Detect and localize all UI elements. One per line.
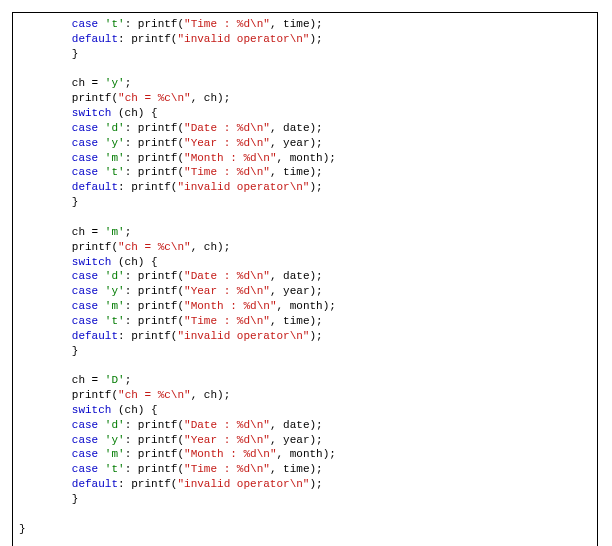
code-line: case 'y': printf("Year : %d\n", year);	[19, 285, 323, 297]
code-line: case 'd': printf("Date : %d\n", date);	[19, 122, 323, 134]
code-line: }	[19, 48, 78, 60]
code-line: case 'd': printf("Date : %d\n", date);	[19, 270, 323, 282]
code-line: switch (ch) {	[19, 256, 158, 268]
code-line: }	[19, 196, 78, 208]
code-line: ch = 'y';	[19, 77, 131, 89]
code-line: printf("ch = %c\n", ch);	[19, 241, 230, 253]
code-line: case 'd': printf("Date : %d\n", date);	[19, 419, 323, 431]
code-line: case 't': printf("Time : %d\n", time);	[19, 166, 323, 178]
code-line: case 'm': printf("Month : %d\n", month);	[19, 152, 336, 164]
code-line: case 'm': printf("Month : %d\n", month);	[19, 300, 336, 312]
code-line: case 't': printf("Time : %d\n", time);	[19, 463, 323, 475]
code-line: ch = 'D';	[19, 374, 131, 386]
code-line: }	[19, 523, 26, 535]
code-line: case 't': printf("Time : %d\n", time);	[19, 18, 323, 30]
code-line: default: printf("invalid operator\n");	[19, 330, 323, 342]
code-block: case 't': printf("Time : %d\n", time); d…	[19, 17, 591, 537]
code-line: case 'y': printf("Year : %d\n", year);	[19, 137, 323, 149]
code-line: }	[19, 345, 78, 357]
code-line: switch (ch) {	[19, 107, 158, 119]
code-line: printf("ch = %c\n", ch);	[19, 92, 230, 104]
code-line: default: printf("invalid operator\n");	[19, 33, 323, 45]
code-line: case 'm': printf("Month : %d\n", month);	[19, 448, 336, 460]
code-line: switch (ch) {	[19, 404, 158, 416]
code-line: case 't': printf("Time : %d\n", time);	[19, 315, 323, 327]
code-line: default: printf("invalid operator\n");	[19, 181, 323, 193]
code-line: default: printf("invalid operator\n");	[19, 478, 323, 490]
code-line: }	[19, 493, 78, 505]
code-container: case 't': printf("Time : %d\n", time); d…	[12, 12, 598, 546]
code-line: case 'y': printf("Year : %d\n", year);	[19, 434, 323, 446]
code-line: printf("ch = %c\n", ch);	[19, 389, 230, 401]
code-line: ch = 'm';	[19, 226, 131, 238]
